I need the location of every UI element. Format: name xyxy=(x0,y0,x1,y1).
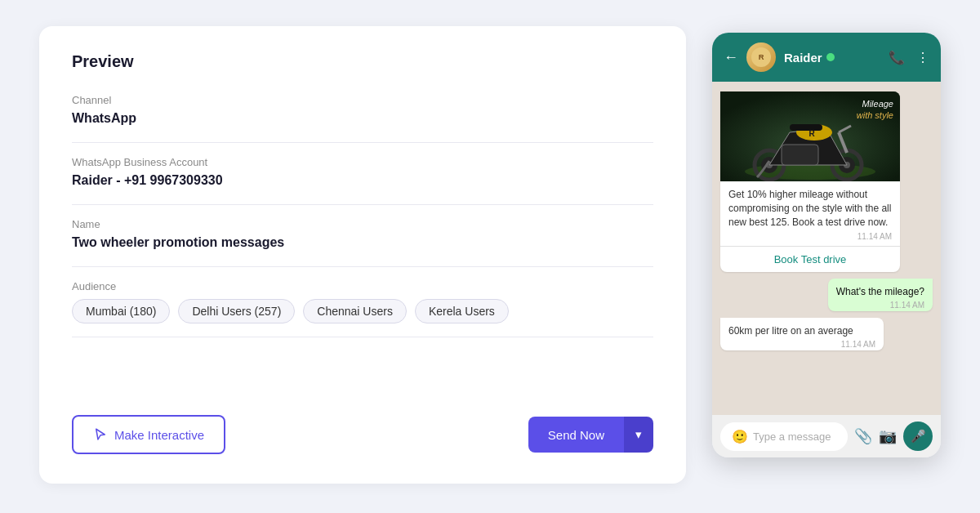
audience-chips: Mumbai (180) Delhi Users (257) Chennai U… xyxy=(72,299,653,323)
outgoing-message: What's the mileage? 11.14 AM xyxy=(828,279,933,311)
actions-bar: Make Interactive Send Now ▾ xyxy=(72,389,653,454)
cursor-icon xyxy=(93,427,108,442)
divider-1 xyxy=(72,142,653,143)
chip-kerela: Kerela Users xyxy=(415,299,509,323)
back-icon[interactable]: ← xyxy=(724,49,738,66)
divider-4 xyxy=(72,337,653,337)
message-input-area[interactable]: 🙂 Type a message xyxy=(720,422,848,451)
divider-3 xyxy=(72,266,653,267)
input-placeholder: Type a message xyxy=(753,430,836,443)
incoming-time: 11.14 AM xyxy=(728,338,875,349)
incoming-text: 60km per litre on an average xyxy=(728,324,875,338)
image-overlay-text: Mileagewith style xyxy=(857,98,893,122)
outgoing-text: What's the mileage? xyxy=(836,285,924,299)
audience-label: Audience xyxy=(72,280,653,292)
audience-field: Audience Mumbai (180) Delhi Users (257) … xyxy=(72,280,653,323)
channel-value: WhatsApp xyxy=(72,111,653,126)
chip-delhi: Delhi Users (257) xyxy=(178,299,295,323)
chat-area: R Mileagewith style Get 10% higher milea… xyxy=(712,82,941,415)
ad-message-time: 11.14 AM xyxy=(720,230,900,246)
more-icon[interactable]: ⋮ xyxy=(916,50,929,65)
svg-text:R: R xyxy=(759,53,764,61)
call-icon[interactable]: 📞 xyxy=(889,50,905,65)
preview-title: Preview xyxy=(72,52,653,71)
mic-icon: 🎤 xyxy=(911,429,926,444)
name-value: Two wheeler promotion messages xyxy=(72,235,653,250)
avatar: R xyxy=(746,42,776,72)
raider-logo: R xyxy=(751,47,771,67)
phone-header: ← R Raider 📞 ⋮ xyxy=(712,33,941,82)
svg-rect-11 xyxy=(782,145,818,165)
camera-icon[interactable]: 📷 xyxy=(879,427,897,445)
svg-text:R: R xyxy=(808,129,815,138)
contact-name-text: Raider xyxy=(784,51,822,65)
verified-icon xyxy=(826,53,835,61)
svg-rect-13 xyxy=(790,124,822,131)
outgoing-time: 11.14 AM xyxy=(836,299,924,310)
mic-button[interactable]: 🎤 xyxy=(903,422,933,451)
channel-label: Channel xyxy=(72,94,653,106)
phone-mockup: ← R Raider 📞 ⋮ xyxy=(712,33,941,457)
app-container: Preview Channel WhatsApp WhatsApp Busine… xyxy=(0,0,980,513)
phone-footer: 🙂 Type a message 📎 📷 🎤 xyxy=(712,415,941,457)
chevron-down-icon: ▾ xyxy=(635,427,642,441)
phone-header-icons: 📞 ⋮ xyxy=(889,50,929,65)
attachment-icon[interactable]: 📎 xyxy=(854,427,872,445)
account-label: WhatsApp Business Account xyxy=(72,156,653,168)
contact-name-area: Raider xyxy=(784,51,880,65)
send-dropdown-button[interactable]: ▾ xyxy=(624,417,653,453)
ad-image: R Mileagewith style xyxy=(720,91,900,181)
incoming-message: 60km per litre on an average 11.14 AM xyxy=(720,318,884,350)
ad-message-text: Get 10% higher mileage without compromis… xyxy=(720,181,900,230)
send-now-button[interactable]: Send Now xyxy=(528,417,624,453)
emoji-icon[interactable]: 🙂 xyxy=(732,429,748,444)
account-field: WhatsApp Business Account Raider - +91 9… xyxy=(72,156,653,191)
make-interactive-button[interactable]: Make Interactive xyxy=(72,415,225,454)
preview-panel: Preview Channel WhatsApp WhatsApp Busine… xyxy=(39,26,686,484)
chip-chennai: Chennai Users xyxy=(303,299,407,323)
name-field: Name Two wheeler promotion messages xyxy=(72,218,653,253)
account-value: Raider - +91 9967309330 xyxy=(72,173,653,188)
make-interactive-label: Make Interactive xyxy=(114,428,204,442)
cta-button[interactable]: Book Test drive xyxy=(720,246,900,272)
name-label: Name xyxy=(72,218,653,230)
divider-2 xyxy=(72,204,653,205)
chip-mumbai: Mumbai (180) xyxy=(72,299,170,323)
send-button-group: Send Now ▾ xyxy=(528,417,653,453)
ad-message-bubble: R Mileagewith style Get 10% higher milea… xyxy=(720,91,900,272)
channel-field: Channel WhatsApp xyxy=(72,94,653,129)
